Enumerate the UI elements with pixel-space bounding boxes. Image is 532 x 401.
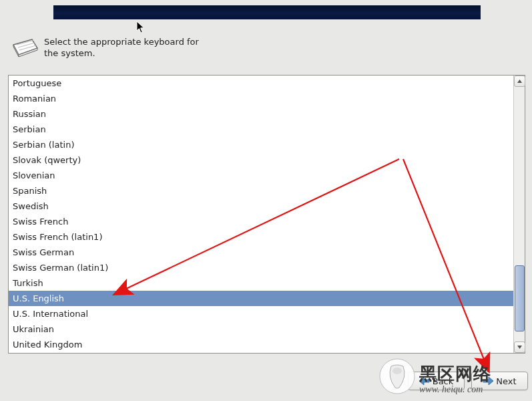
next-button-label: Next <box>496 376 516 386</box>
keyboard-option[interactable]: Slovak (qwerty) <box>9 152 513 168</box>
scrollbar[interactable] <box>513 76 525 353</box>
keyboard-option[interactable]: Portuguese <box>9 76 513 91</box>
next-button[interactable]: Next <box>471 372 528 390</box>
scrollbar-down-button[interactable] <box>514 342 525 353</box>
keyboard-option[interactable]: Swiss French (latin1) <box>9 229 513 245</box>
scrollbar-up-button[interactable] <box>514 76 525 87</box>
watermark-logo-icon <box>379 358 415 394</box>
keyboard-option[interactable]: Turkish <box>9 275 513 291</box>
mouse-cursor-icon <box>136 21 146 34</box>
instruction-text: Select the appropriate keyboard for the … <box>44 37 204 59</box>
keyboard-icon <box>11 36 39 59</box>
keyboard-option[interactable]: Slovenian <box>9 168 513 183</box>
keyboard-option[interactable]: Ukrainian <box>9 321 513 337</box>
back-button[interactable]: Back <box>408 372 465 390</box>
keyboard-option[interactable]: Romanian <box>9 91 513 106</box>
scrollbar-track[interactable] <box>514 87 525 342</box>
scrollbar-thumb[interactable] <box>515 265 525 331</box>
keyboard-listbox[interactable]: PortugueseRomanianRussianSerbianSerbian … <box>9 76 513 353</box>
header-banner <box>53 5 481 19</box>
keyboard-option[interactable]: United Kingdom <box>9 337 513 352</box>
keyboard-option[interactable]: Swiss French <box>9 214 513 229</box>
arrow-left-icon <box>419 377 430 385</box>
arrow-right-icon <box>483 377 493 385</box>
keyboard-option[interactable]: Serbian (latin) <box>9 137 513 152</box>
keyboard-option[interactable]: U.S. English <box>9 291 513 306</box>
keyboard-option[interactable]: Swiss German <box>9 245 513 260</box>
keyboard-option[interactable]: U.S. International <box>9 306 513 321</box>
keyboard-option[interactable]: Russian <box>9 106 513 122</box>
chevron-down-icon <box>517 346 522 349</box>
keyboard-option[interactable]: Swedish <box>9 198 513 214</box>
back-button-label: Back <box>433 376 454 386</box>
keyboard-option[interactable]: Swiss German (latin1) <box>9 260 513 275</box>
keyboard-option[interactable]: Spanish <box>9 183 513 198</box>
keyboard-option[interactable]: Serbian <box>9 122 513 137</box>
keyboard-listbox-container: PortugueseRomanianRussianSerbianSerbian … <box>8 75 525 354</box>
svg-point-7 <box>392 368 402 374</box>
navigation-buttons: Back Next <box>408 372 528 390</box>
chevron-up-icon <box>517 80 522 83</box>
